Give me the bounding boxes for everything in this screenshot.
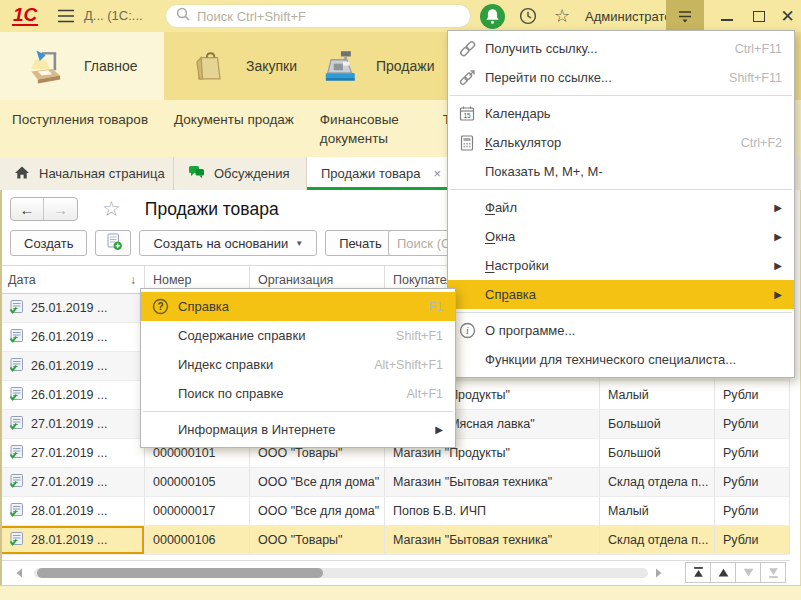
cell-date[interactable]: 25.01.2019 ... xyxy=(0,294,145,322)
ribbon-section-main[interactable]: Главное xyxy=(0,32,164,100)
table-row[interactable]: 28.01.2019 ...000000017ООО "Все для дома… xyxy=(0,497,790,526)
history-button[interactable] xyxy=(513,0,543,32)
submenu-arrow-icon: ▶ xyxy=(774,202,782,213)
tab-product-sales[interactable]: Продажи товара × xyxy=(307,157,456,190)
notifications-button[interactable] xyxy=(476,0,508,32)
cell-currency[interactable]: Рубли xyxy=(715,497,790,525)
menu-item-go-to-link[interactable]: Перейти по ссылке...Shift+F11 xyxy=(448,63,794,92)
menu-item-tech-functions[interactable]: Функции для технического специалиста... xyxy=(448,345,794,374)
horizontal-scrollbar-track[interactable] xyxy=(34,568,648,578)
menu-item-get-link[interactable]: Получить ссылку...Ctrl+F11 xyxy=(448,34,794,63)
scroll-left-arrow[interactable] xyxy=(14,565,26,579)
help-icon: ? xyxy=(151,297,178,316)
previous-row-button[interactable] xyxy=(710,562,736,583)
cell-currency[interactable]: Рубли xyxy=(715,381,790,409)
back-button[interactable]: ← xyxy=(11,198,44,220)
cell-date[interactable]: 28.01.2019 ... xyxy=(0,526,145,554)
favorites-star-icon[interactable]: ☆ xyxy=(548,0,576,32)
cell-date[interactable]: 27.01.2019 ... xyxy=(0,439,145,467)
menu-item-calculator[interactable]: КалькуляторCtrl+F2 xyxy=(448,128,794,157)
cell-buyer[interactable]: Магазин "Бытовая техника" xyxy=(385,526,600,554)
cell-warehouse[interactable]: Склад отдела п... xyxy=(600,526,715,554)
cell-currency[interactable]: Рубли xyxy=(715,410,790,438)
cell-value: Склад отдела п... xyxy=(608,475,708,489)
cell-warehouse[interactable]: Малый xyxy=(600,497,715,525)
menu-item-calendar[interactable]: 15Календарь xyxy=(448,99,794,128)
cell-org[interactable]: ООО "Товары" xyxy=(250,526,385,554)
create-copy-button[interactable] xyxy=(95,230,131,256)
cell-org[interactable]: ООО "Все для дома" xyxy=(250,468,385,496)
cell-currency[interactable]: Рубли xyxy=(715,468,790,496)
cell-warehouse[interactable]: Склад отдела п... xyxy=(600,468,715,496)
cell-date[interactable]: 27.01.2019 ... xyxy=(0,468,145,496)
menu-item-settings[interactable]: Настройки▶ xyxy=(448,251,794,280)
create-based-on-button[interactable]: Создать на основании▼ xyxy=(139,230,317,256)
table-row[interactable]: 28.01.2019 ...000000106ООО "Товары"Магаз… xyxy=(0,526,790,555)
menu-item-windows[interactable]: Окна▶ xyxy=(448,222,794,251)
cell-warehouse[interactable]: Большой xyxy=(600,439,715,467)
scroll-right-arrow[interactable] xyxy=(654,565,666,579)
last-row-button[interactable] xyxy=(760,562,786,583)
submenu-arrow-icon: ▶ xyxy=(774,231,782,242)
cell-value: Магазин "Бытовая техника" xyxy=(393,475,552,489)
forward-button[interactable]: → xyxy=(44,198,77,220)
global-search-input[interactable] xyxy=(197,9,461,24)
menu-item-help-index[interactable]: Индекс справкиAlt+Shift+F1 xyxy=(141,350,455,379)
cell-value: 000000017 xyxy=(153,504,216,518)
cell-date[interactable]: 26.01.2019 ... xyxy=(0,381,145,409)
link-icon xyxy=(458,39,485,58)
menu-item-help-contents[interactable]: Содержание справкиShift+F1 xyxy=(141,321,455,350)
menu-item-about[interactable]: iО программе... xyxy=(448,316,794,345)
cell-org[interactable]: ООО "Все для дома" xyxy=(250,497,385,525)
posted-document-icon xyxy=(8,415,25,434)
next-row-button[interactable] xyxy=(735,562,761,583)
close-button[interactable]: ✕ xyxy=(774,0,801,32)
main-menu-button[interactable] xyxy=(666,0,704,32)
ribbon-section-sales[interactable]: Продажи xyxy=(292,32,448,100)
command-goods-receipts[interactable]: Поступления товаров xyxy=(12,111,148,157)
hamburger-menu-icon[interactable] xyxy=(56,7,76,29)
cell-buyer[interactable]: Попов Б.В. ИЧП xyxy=(385,497,600,525)
cell-value: 000000101 xyxy=(153,446,216,460)
command-sales-documents[interactable]: Документы продаж xyxy=(174,111,294,157)
command-financial-documents[interactable]: Финансовые документы xyxy=(320,111,417,157)
create-button[interactable]: Создать xyxy=(10,230,87,256)
cell-value: Большой xyxy=(608,446,661,460)
tab-close-icon[interactable]: × xyxy=(433,166,441,181)
desk-lamp-icon xyxy=(26,44,68,89)
menu-item-show-m[interactable]: Показать М, М+, М- xyxy=(448,157,794,186)
main-dropdown-menu: Получить ссылку...Ctrl+F11Перейти по ссы… xyxy=(447,30,795,378)
cell-number[interactable]: 000000017 xyxy=(145,497,250,525)
tab-discussions[interactable]: Обсуждения xyxy=(174,157,307,190)
column-header-date[interactable]: Дата↓ xyxy=(0,266,145,293)
cell-date[interactable]: 28.01.2019 ... xyxy=(0,497,145,525)
cell-warehouse[interactable]: Большой xyxy=(600,410,715,438)
minimize-button[interactable] xyxy=(712,0,742,32)
cell-date[interactable]: 27.01.2019 ... xyxy=(0,410,145,438)
cell-value: 25.01.2019 ... xyxy=(31,301,107,315)
menu-item-help[interactable]: Справка▶ xyxy=(448,280,794,309)
ribbon-section-purchases[interactable]: Закупки xyxy=(164,32,292,100)
menu-item-file[interactable]: Файл▶ xyxy=(448,193,794,222)
cell-currency[interactable]: Рубли xyxy=(715,526,790,554)
horizontal-scrollbar-thumb[interactable] xyxy=(37,568,323,578)
help-submenu: ?СправкаF1Содержание справкиShift+F1Инде… xyxy=(140,288,456,448)
cell-number[interactable]: 000000106 xyxy=(145,526,250,554)
favorite-star-icon[interactable]: ☆ xyxy=(102,197,121,221)
menu-item-internet-info[interactable]: Информация в Интернете▶ xyxy=(141,415,455,444)
table-row[interactable]: 27.01.2019 ...000000105ООО "Все для дома… xyxy=(0,468,790,497)
tab-start-page[interactable]: Начальная страница xyxy=(0,157,174,190)
cell-value: Рубли xyxy=(723,533,759,547)
cell-warehouse[interactable]: Малый xyxy=(600,381,715,409)
menu-item-help[interactable]: ?СправкаF1 xyxy=(141,292,455,321)
global-search[interactable] xyxy=(165,4,471,28)
menu-item-help-search[interactable]: Поиск по справкеAlt+F1 xyxy=(141,379,455,408)
cell-buyer[interactable]: Магазин "Бытовая техника" xyxy=(385,468,600,496)
cell-currency[interactable]: Рубли xyxy=(715,439,790,467)
cell-date[interactable]: 26.01.2019 ... xyxy=(0,323,145,351)
current-user[interactable]: Администратор xyxy=(585,9,679,24)
maximize-button[interactable] xyxy=(744,0,774,32)
first-row-button[interactable] xyxy=(685,562,711,583)
cell-number[interactable]: 000000105 xyxy=(145,468,250,496)
cell-date[interactable]: 26.01.2019 ... xyxy=(0,352,145,380)
